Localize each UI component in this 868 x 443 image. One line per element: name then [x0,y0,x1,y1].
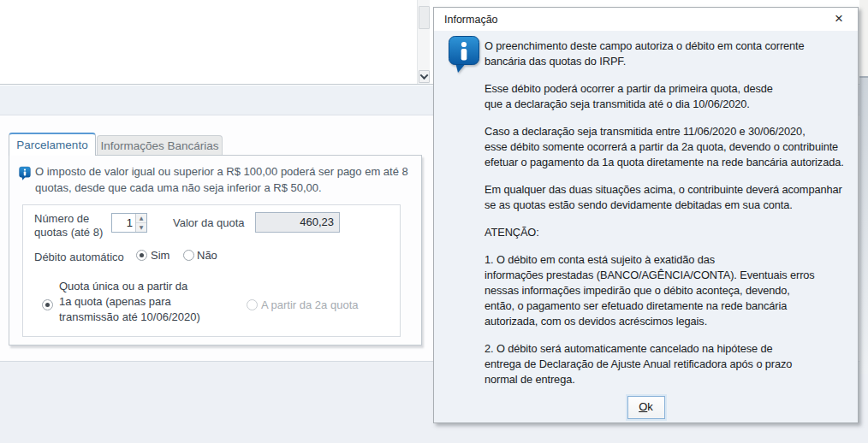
dialog-titlebar[interactable]: Informação [434,8,858,31]
ok-button[interactable]: Ok [627,396,665,419]
dialog-title: Informação [444,14,498,26]
ok-button-mnemonic: O [639,400,647,413]
parcelamento-fields-box: Número de quotas (até 8) 1 ▲ ▼ Valor da … [22,204,401,337]
dialog-paragraph: ATENÇÃO: [485,225,853,240]
vertical-scrollbar[interactable] [417,0,430,84]
scrollbar-thumb[interactable] [419,6,430,29]
numero-quotas-value[interactable]: 1 [112,214,135,232]
spinner-arrows: ▲ ▼ [135,214,146,232]
radio-debito-sim-label[interactable]: Sim [151,249,169,263]
dialog-paragraph: Caso a declaração seja transmitida entre… [485,124,853,170]
ok-button-label-rest: k [647,400,653,413]
dialog-message: O preenchimento deste campo autoriza o d… [485,38,853,399]
radio-debito-nao-label[interactable]: Não [197,249,217,263]
valor-quota-field: 460,23 [255,212,340,233]
radio-quota-unica-label[interactable]: Quota única ou a partir da 1a quota (ape… [59,279,200,325]
dialog-paragraph: Em qualquer das duas situações acima, o … [485,182,853,213]
irpf-app-window: Parcelamento Informações Bancárias O imp… [0,0,868,443]
radio-debito-nao[interactable] [183,250,194,261]
close-icon: × [835,10,843,27]
numero-quotas-label: Número de quotas (até 8) [34,212,103,239]
valor-quota-label: Valor da quota [173,216,245,230]
background-right-strip-lower [859,78,868,374]
debito-automatico-label: Débito automático [34,251,124,264]
radio-quota-unica[interactable] [42,299,53,310]
close-button[interactable]: × [829,10,849,28]
background-right-strip [859,0,868,77]
dialog-paragraph: 1. O débito em conta está sujeito à exat… [485,252,853,329]
informacao-dialog: Informação × O preenchimento deste campo… [433,7,859,423]
spinner-down-icon[interactable]: ▼ [136,223,146,232]
radio-segunda-quota-label: A partir da 2a quota [261,298,358,312]
info-bubble-icon [19,166,31,181]
scrollbar-down-button[interactable] [419,70,430,83]
tab-parcelamento[interactable]: Parcelamento [9,133,96,156]
radio-segunda-quota[interactable] [247,299,258,310]
dialog-paragraph: 2. O débito será automaticamente cancela… [485,341,853,387]
info-bubble-icon [448,35,480,74]
parcelamento-panel: O imposto de valor igual ou superior a R… [9,155,422,346]
numero-quotas-spinner[interactable]: 1 ▲ ▼ [111,213,147,233]
spinner-up-icon[interactable]: ▲ [136,214,146,223]
tab-informacoes-bancarias[interactable]: Informações Bancárias [97,135,223,156]
parcelamento-info-note: O imposto de valor igual ou superior a R… [35,163,420,196]
chevron-down-icon [420,71,429,80]
dialog-paragraph: O preenchimento deste campo autoriza o d… [485,38,853,69]
radio-debito-sim[interactable] [136,250,147,261]
dialog-paragraph: Esse débito poderá ocorrer a partir da p… [485,81,853,112]
